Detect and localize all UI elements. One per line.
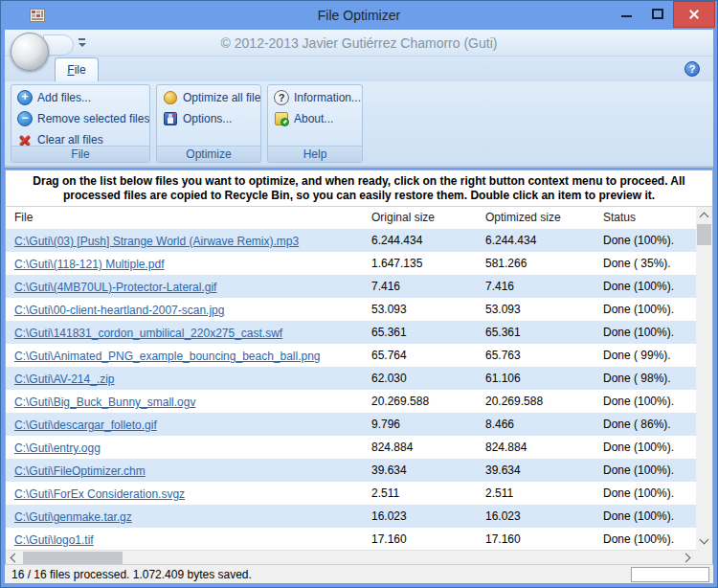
help-icon[interactable]: ? xyxy=(684,61,700,77)
optimized-size-cell: 17.160 xyxy=(482,532,599,546)
statusbar: 16 / 16 files processed. 1.072.409 bytes… xyxy=(5,564,713,583)
horizontal-scrollbar[interactable] xyxy=(6,550,696,565)
optimized-size-cell: 824.884 xyxy=(482,441,599,454)
file-link[interactable]: C:\Guti\entry.ogg xyxy=(14,441,101,455)
optimized-size-cell: 39.634 xyxy=(482,464,599,477)
status-cell: Done (100%). xyxy=(599,280,696,293)
optimize-all-files-label: Optimize all files xyxy=(183,91,261,104)
status-text: 16 / 16 files processed. 1.072.409 bytes… xyxy=(11,565,252,584)
remove-selected-files-button[interactable]: − Remove selected files xyxy=(11,108,149,129)
tab-file[interactable]: File xyxy=(55,57,99,81)
file-link[interactable]: C:\Guti\AV-214_.zip xyxy=(14,373,115,386)
options-icon xyxy=(163,111,178,126)
status-cell: Done (100%). xyxy=(599,326,696,339)
table-row[interactable]: C:\Guti\FileOptimizer.chm 39.634 39.634 … xyxy=(6,459,696,482)
optimize-all-files-button[interactable]: Optimize all files xyxy=(157,87,260,108)
ribbon-group-caption-optimize: Optimize xyxy=(157,146,260,162)
status-cell: Done ( 99%). xyxy=(599,349,696,362)
ribbon-group-caption-help: Help xyxy=(268,146,362,162)
original-size-cell: 39.634 xyxy=(370,464,482,477)
file-link[interactable]: C:\Guti\ForEx Consideration.svgz xyxy=(14,487,185,501)
original-size-cell: 20.269.588 xyxy=(370,395,482,408)
vertical-scrollbar-thumb[interactable] xyxy=(697,224,711,245)
table-row[interactable]: C:\Guti\(118-121) Multiple.pdf 1.647.135… xyxy=(6,252,696,275)
table-row[interactable]: C:\Guti\logo1.tif 17.160 17.160 Done (10… xyxy=(6,528,696,550)
file-link[interactable]: C:\Guti\(118-121) Multiple.pdf xyxy=(14,258,165,271)
file-link[interactable]: C:\Guti\(4MB70UL)-Protector-Lateral.gif xyxy=(14,281,216,294)
file-link[interactable]: C:\Guti\141831_cordon_umbilical_220x275_… xyxy=(14,327,282,340)
window-title: File Optimizer xyxy=(1,1,717,30)
status-cell: Done (100%). xyxy=(599,303,696,316)
file-cell: C:\Guti\(4MB70UL)-Protector-Lateral.gif xyxy=(6,278,370,295)
remove-selected-files-label: Remove selected files xyxy=(37,112,149,125)
ribbon-tab-row: File ? xyxy=(5,57,713,81)
close-button[interactable] xyxy=(673,1,715,28)
ribbon-group-file: + Add files... − Remove selected files C… xyxy=(11,84,150,163)
optimized-size-cell: 16.023 xyxy=(482,509,599,523)
information-icon: ? xyxy=(274,90,289,105)
about-button[interactable]: About... xyxy=(268,108,362,129)
original-size-cell: 62.030 xyxy=(370,372,482,385)
original-size-cell: 2.511 xyxy=(370,486,482,500)
vertical-scrollbar[interactable] xyxy=(696,207,712,550)
column-header-status[interactable]: Status xyxy=(599,207,696,229)
original-size-cell: 1.647.135 xyxy=(370,257,482,270)
file-cell: C:\Guti\genmake.tar.gz xyxy=(6,508,370,525)
optimized-size-cell: 7.416 xyxy=(482,280,599,293)
maximize-button[interactable] xyxy=(642,1,673,28)
file-cell: C:\Guti\Animated_PNG_example_bouncing_be… xyxy=(6,347,370,364)
add-files-button[interactable]: + Add files... xyxy=(11,87,149,108)
table-row[interactable]: C:\Guti\Animated_PNG_example_bouncing_be… xyxy=(6,344,696,367)
optimized-size-cell: 61.106 xyxy=(482,372,599,385)
scroll-up-icon[interactable] xyxy=(696,207,712,223)
table-row[interactable]: C:\Guti\AV-214_.zip 62.030 61.106 Done (… xyxy=(6,367,696,390)
column-header-original-size[interactable]: Original size xyxy=(370,207,482,229)
original-size-cell: 16.023 xyxy=(370,509,482,523)
table-row[interactable]: C:\Guti\141831_cordon_umbilical_220x275_… xyxy=(6,321,696,344)
ribbon-group-caption-file: File xyxy=(11,146,149,162)
table-row[interactable]: C:\Guti\00-client-heartland-2007-scan.jp… xyxy=(6,298,696,321)
add-icon: + xyxy=(17,90,33,105)
file-link[interactable]: C:\Guti\Animated_PNG_example_bouncing_be… xyxy=(14,350,321,363)
optimized-size-cell: 2.511 xyxy=(482,486,599,500)
original-size-cell: 53.093 xyxy=(370,303,482,316)
copyright-text: © 2012-2013 Javier Gutiérrez Chamorro (G… xyxy=(5,30,713,57)
table-row[interactable]: C:\Guti\entry.ogg 824.884 824.884 Done (… xyxy=(6,436,696,459)
information-button[interactable]: ? Information... xyxy=(268,87,362,108)
file-link[interactable]: C:\Guti\genmake.tar.gz xyxy=(14,510,132,524)
progress-bar xyxy=(631,567,709,582)
original-size-cell: 824.884 xyxy=(370,441,482,454)
file-link[interactable]: C:\Guti\descargar_folleto.gif xyxy=(14,418,157,432)
file-link[interactable]: C:\Guti\Big_Buck_Bunny_small.ogv xyxy=(14,396,195,409)
optimized-size-cell: 65.361 xyxy=(482,326,599,339)
minimize-button[interactable] xyxy=(612,1,642,28)
file-link[interactable]: C:\Guti\FileOptimizer.chm xyxy=(14,464,146,478)
original-size-cell: 6.244.434 xyxy=(370,234,482,247)
file-cell: C:\Guti\descargar_folleto.gif xyxy=(6,416,370,433)
file-link[interactable]: C:\Guti\00-client-heartland-2007-scan.jp… xyxy=(14,304,224,317)
optimize-icon xyxy=(163,90,178,105)
scroll-down-icon[interactable] xyxy=(696,533,712,550)
qat-dropdown-icon[interactable] xyxy=(78,37,87,49)
file-link[interactable]: C:\Guti\logo1.tif xyxy=(14,533,94,547)
status-cell: Done (100%). xyxy=(599,464,696,477)
table-row[interactable]: C:\Guti\(03) [Push] Strange World (Airwa… xyxy=(6,229,696,252)
table-row[interactable]: C:\Guti\ForEx Consideration.svgz 2.511 2… xyxy=(6,482,696,505)
table-row[interactable]: C:\Guti\genmake.tar.gz 16.023 16.023 Don… xyxy=(6,505,696,528)
options-button[interactable]: Options... xyxy=(157,108,260,129)
file-cell: C:\Guti\141831_cordon_umbilical_220x275_… xyxy=(6,324,370,341)
table-row[interactable]: C:\Guti\(4MB70UL)-Protector-Lateral.gif … xyxy=(6,275,696,298)
original-size-cell: 7.416 xyxy=(370,280,482,293)
file-link[interactable]: C:\Guti\(03) [Push] Strange World (Airwa… xyxy=(14,235,299,248)
status-cell: Done ( 98%). xyxy=(599,372,696,385)
application-orb-button[interactable] xyxy=(11,33,49,71)
column-header-file[interactable]: File xyxy=(6,207,370,229)
ribbon-group-optimize: Optimize all files Options... Optimize xyxy=(156,84,261,163)
remove-icon: − xyxy=(17,111,33,126)
horizontal-scrollbar-thumb[interactable] xyxy=(23,552,123,564)
table-row[interactable]: C:\Guti\Big_Buck_Bunny_small.ogv 20.269.… xyxy=(6,390,696,413)
table-row[interactable]: C:\Guti\descargar_folleto.gif 9.796 8.46… xyxy=(6,413,696,436)
status-cell: Done (100%). xyxy=(599,532,696,546)
column-header-optimized-size[interactable]: Optimized size xyxy=(482,207,599,229)
optimized-size-cell: 581.266 xyxy=(482,257,599,270)
